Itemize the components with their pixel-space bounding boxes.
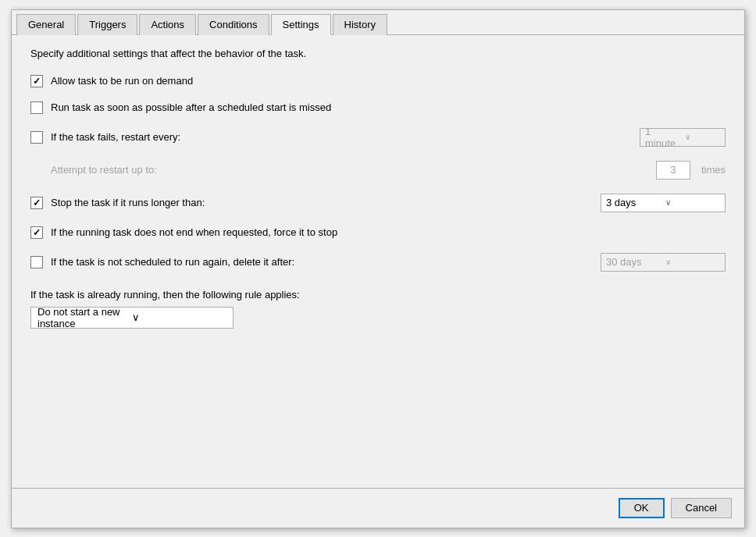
delete-after-dropdown[interactable]: 30 days ∨ bbox=[601, 253, 726, 272]
times-label: times bbox=[701, 164, 726, 176]
delete-if-not-scheduled-checkbox[interactable] bbox=[30, 256, 43, 268]
settings-list: Allow task to be run on demand Run task … bbox=[30, 75, 726, 329]
tab-actions[interactable]: Actions bbox=[139, 14, 196, 35]
attempt-restart-wrapper: Attempt to restart up to: bbox=[51, 164, 648, 176]
allow-run-on-demand-row: Allow task to be run on demand bbox=[30, 75, 726, 87]
stop-if-runs-longer-row: Stop the task if it runs longer than: 3 … bbox=[30, 194, 726, 212]
stop-if-runs-longer-label: Stop the task if it runs longer than: bbox=[51, 197, 205, 208]
force-stop-label: If the running task does not end when re… bbox=[51, 226, 337, 238]
instance-rule-dropdown[interactable]: Do not start a new instance ∨ bbox=[30, 307, 234, 329]
restart-interval-dropdown[interactable]: 1 minute ∨ bbox=[640, 128, 726, 147]
tab-conditions[interactable]: Conditions bbox=[198, 14, 269, 35]
stop-duration-dropdown[interactable]: 3 days ∨ bbox=[601, 194, 726, 212]
running-rule-section: If the task is already running, then the… bbox=[30, 289, 726, 329]
run-if-missed-wrapper: Run task as soon as possible after a sch… bbox=[30, 101, 726, 114]
allow-run-on-demand-checkbox[interactable] bbox=[30, 75, 43, 87]
running-rule-label: If the task is already running, then the… bbox=[30, 289, 726, 301]
restart-attempts-input[interactable] bbox=[656, 161, 690, 180]
allow-run-on-demand-label: Allow task to be run on demand bbox=[51, 75, 193, 87]
tab-settings[interactable]: Settings bbox=[271, 14, 331, 35]
restart-if-fails-label: If the task fails, restart every: bbox=[51, 131, 180, 143]
dialog-footer: OK Cancel bbox=[12, 488, 744, 528]
force-stop-wrapper: If the running task does not end when re… bbox=[30, 226, 726, 239]
tab-history[interactable]: History bbox=[333, 14, 387, 35]
stop-duration-chevron-icon: ∨ bbox=[665, 198, 720, 207]
cancel-button[interactable]: Cancel bbox=[671, 498, 732, 518]
task-properties-dialog: General Triggers Actions Conditions Sett… bbox=[11, 9, 745, 528]
restart-if-fails-checkbox[interactable] bbox=[30, 131, 43, 144]
attempt-restart-row: Attempt to restart up to: times bbox=[51, 161, 726, 180]
instance-rule-chevron-icon: ∨ bbox=[132, 311, 226, 323]
restart-interval-chevron-icon: ∨ bbox=[685, 133, 720, 141]
stop-if-runs-longer-wrapper: Stop the task if it runs longer than: bbox=[30, 197, 593, 209]
ok-button[interactable]: OK bbox=[619, 498, 665, 518]
force-stop-row: If the running task does not end when re… bbox=[30, 226, 726, 239]
run-if-missed-label: Run task as soon as possible after a sch… bbox=[51, 101, 331, 113]
tab-triggers[interactable]: Triggers bbox=[77, 14, 137, 35]
delete-after-value: 30 days bbox=[606, 256, 661, 268]
restart-if-fails-row: If the task fails, restart every: 1 minu… bbox=[30, 128, 726, 147]
delete-after-chevron-icon: ∨ bbox=[665, 258, 720, 266]
restart-if-fails-wrapper: If the task fails, restart every: bbox=[30, 131, 632, 144]
run-if-missed-checkbox[interactable] bbox=[30, 101, 43, 114]
stop-duration-value: 3 days bbox=[606, 197, 661, 208]
run-if-missed-row: Run task as soon as possible after a sch… bbox=[30, 101, 726, 114]
tab-general[interactable]: General bbox=[16, 14, 76, 35]
stop-if-runs-longer-checkbox[interactable] bbox=[30, 197, 43, 209]
attempt-restart-label: Attempt to restart up to: bbox=[51, 164, 157, 176]
delete-if-not-scheduled-wrapper: If the task is not scheduled to run agai… bbox=[30, 256, 593, 268]
allow-run-on-demand-wrapper: Allow task to be run on demand bbox=[30, 75, 726, 87]
delete-if-not-scheduled-row: If the task is not scheduled to run agai… bbox=[30, 253, 726, 272]
settings-content: Specify additional settings that affect … bbox=[12, 35, 744, 488]
force-stop-checkbox[interactable] bbox=[30, 226, 43, 239]
restart-interval-value: 1 minute bbox=[645, 126, 680, 149]
settings-description: Specify additional settings that affect … bbox=[30, 48, 726, 59]
tab-bar: General Triggers Actions Conditions Sett… bbox=[12, 10, 744, 35]
delete-if-not-scheduled-label: If the task is not scheduled to run agai… bbox=[51, 256, 294, 268]
instance-rule-value: Do not start a new instance bbox=[37, 306, 132, 329]
